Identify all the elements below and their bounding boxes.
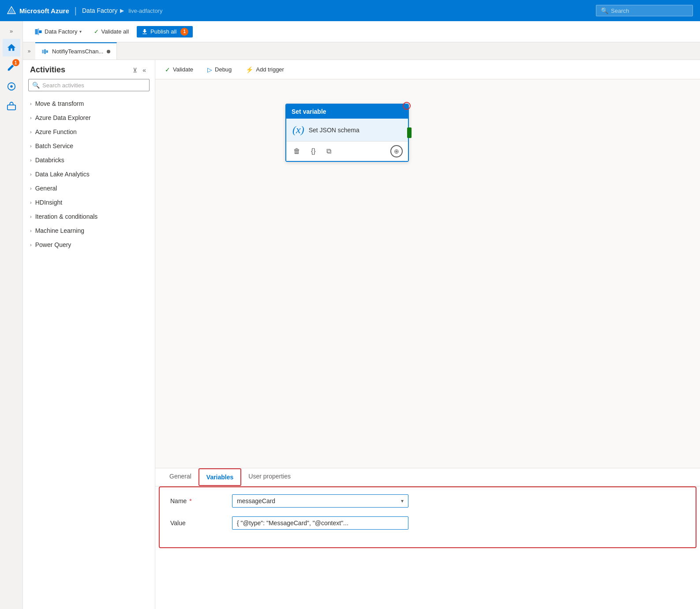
activity-type-label: Set variable [292, 108, 326, 115]
validate-button[interactable]: ✓ Validate [162, 64, 196, 75]
search-activities-input[interactable] [42, 82, 146, 89]
activity-group-data-lake-analytics[interactable]: › Data Lake Analytics [23, 167, 155, 181]
main-panel: Data Factory ▾ ✓ Validate all Publish al… [23, 21, 700, 609]
tab-variables[interactable]: Variables [198, 468, 242, 486]
activity-group-power-query[interactable]: › Power Query [23, 238, 155, 252]
name-field-chevron-icon[interactable]: ▾ [401, 498, 404, 504]
activity-group-label: Batch Service [35, 142, 73, 149]
tab-expand-button[interactable]: » [23, 42, 35, 60]
pipeline-canvas[interactable]: Set variable (x) Set JSON schema 🗑 {} ⧉ … [155, 79, 700, 468]
activity-group-iteration-conditionals[interactable]: › Iteration & conditionals [23, 209, 155, 224]
name-field-input[interactable] [237, 497, 401, 504]
data-factory-icon [34, 28, 42, 36]
activity-group-hdinsight[interactable]: › HDInsight [23, 195, 155, 209]
publish-all-button[interactable]: Publish all 1 [137, 26, 193, 37]
nav-datafactory[interactable]: Data Factory ▶ [82, 7, 124, 14]
sidebar-expand-button[interactable]: » [4, 25, 19, 37]
activity-group-databricks[interactable]: › Databricks [23, 153, 155, 167]
main-layout: » 1 [0, 21, 700, 609]
publish-all-label: Publish all [150, 28, 176, 35]
name-field-wrapper[interactable]: ▾ [232, 494, 408, 508]
search-icon: 🔍 [601, 7, 608, 14]
value-field-wrapper[interactable] [232, 516, 408, 530]
chevron-right-icon: › [30, 186, 32, 191]
tab-unsaved-dot [107, 50, 110, 53]
validate-checkmark-icon: ✓ [165, 66, 170, 73]
activity-card-header: Set variable [286, 105, 408, 119]
activity-card-footer: 🗑 {} ⧉ ⊕ [286, 141, 408, 161]
azure-logo-icon [7, 6, 16, 15]
sidebar-item-home[interactable] [3, 39, 20, 56]
value-field-input[interactable] [237, 519, 404, 527]
sidebar-icon-rail: » 1 [0, 21, 23, 609]
code-activity-button[interactable]: {} [309, 146, 318, 156]
pipeline-tab[interactable]: NotifiyTeamsChan... [35, 42, 117, 60]
name-field-label: Name * [170, 497, 223, 504]
required-indicator: * [189, 497, 191, 504]
debug-button[interactable]: ▷ Debug [205, 64, 234, 75]
main-toolbar: Data Factory ▾ ✓ Validate all Publish al… [23, 21, 700, 42]
sidebar-item-monitor[interactable] [3, 78, 20, 95]
collapse-all-icon[interactable]: ⊻ [131, 66, 139, 75]
bottom-tab-bar: General Variables User properties [155, 468, 700, 486]
search-activities-box[interactable]: 🔍 [28, 79, 150, 91]
sidebar-item-author[interactable]: 1 [3, 58, 20, 76]
debug-play-icon: ▷ [207, 66, 212, 73]
toolbox-icon [7, 101, 16, 111]
activities-header: Activities ⊻ « [23, 65, 155, 79]
activity-group-label: Machine Learning [35, 227, 84, 234]
chevron-right-icon: › [30, 242, 32, 247]
activity-group-label: Azure Data Explorer [35, 114, 91, 121]
global-search-input[interactable] [611, 7, 688, 14]
chevron-right-icon: › [30, 172, 32, 177]
chevron-right-icon: › [30, 101, 32, 106]
svg-rect-4 [7, 105, 15, 110]
activity-error-dot [403, 102, 411, 110]
chevron-right-icon: » [10, 28, 13, 34]
svg-rect-7 [38, 28, 39, 35]
canvas-toolbar: ✓ Validate ▷ Debug ⚡ Add trigger [155, 60, 700, 79]
activity-group-label: Databricks [35, 157, 64, 164]
add-trigger-button[interactable]: ⚡ Add trigger [243, 64, 287, 75]
activity-group-batch-service[interactable]: › Batch Service [23, 139, 155, 153]
value-field-row: Value [170, 516, 685, 530]
add-successor-button[interactable]: ⊕ [390, 145, 403, 157]
home-icon [7, 43, 16, 52]
copy-activity-button[interactable]: ⧉ [325, 146, 333, 156]
monitor-icon [7, 82, 16, 91]
activity-group-move-transform[interactable]: › Move & transform [23, 97, 155, 111]
global-search-box[interactable]: 🔍 [596, 5, 693, 16]
activity-variable-icon: (x) [292, 124, 304, 136]
activity-group-azure-data-explorer[interactable]: › Azure Data Explorer [23, 111, 155, 125]
tab-general[interactable]: General [162, 468, 198, 486]
pipeline-tab-icon [41, 48, 49, 55]
validate-icon: ✓ [94, 28, 99, 35]
chevron-right-icon: › [30, 143, 32, 149]
activity-group-label: HDInsight [35, 199, 62, 206]
activity-group-machine-learning[interactable]: › Machine Learning [23, 224, 155, 238]
activity-group-label: Iteration & conditionals [35, 213, 98, 220]
svg-marker-1 [9, 8, 14, 13]
name-field-row: Name * ▾ [170, 494, 685, 508]
tab-user-properties[interactable]: User properties [241, 468, 298, 486]
activity-group-label: Move & transform [35, 100, 84, 107]
data-factory-label: Data Factory [45, 28, 77, 35]
add-trigger-label: Add trigger [256, 66, 284, 73]
validate-all-label: Validate all [101, 28, 129, 35]
activity-group-general[interactable]: › General [23, 181, 155, 195]
svg-rect-5 [35, 29, 38, 34]
activity-name-label: Set JSON schema [309, 127, 359, 134]
top-navigation: Microsoft Azure | Data Factory ▶ live-ad… [0, 0, 700, 21]
chevron-right-icon: › [30, 157, 32, 163]
search-activities-icon: 🔍 [32, 82, 40, 89]
validate-all-button[interactable]: ✓ Validate all [90, 26, 133, 37]
activity-group-azure-function[interactable]: › Azure Function [23, 125, 155, 139]
set-variable-activity-card[interactable]: Set variable (x) Set JSON schema 🗑 {} ⧉ … [285, 104, 409, 162]
data-factory-dropdown-button[interactable]: Data Factory ▾ [30, 26, 86, 37]
delete-activity-button[interactable]: 🗑 [292, 146, 302, 156]
sidebar-item-manage[interactable] [3, 97, 20, 115]
activity-card-body[interactable]: (x) Set JSON schema [286, 119, 408, 141]
variables-form: Name * ▾ Value [159, 486, 696, 548]
publish-badge: 1 [180, 28, 188, 36]
collapse-icon[interactable]: « [141, 66, 148, 75]
